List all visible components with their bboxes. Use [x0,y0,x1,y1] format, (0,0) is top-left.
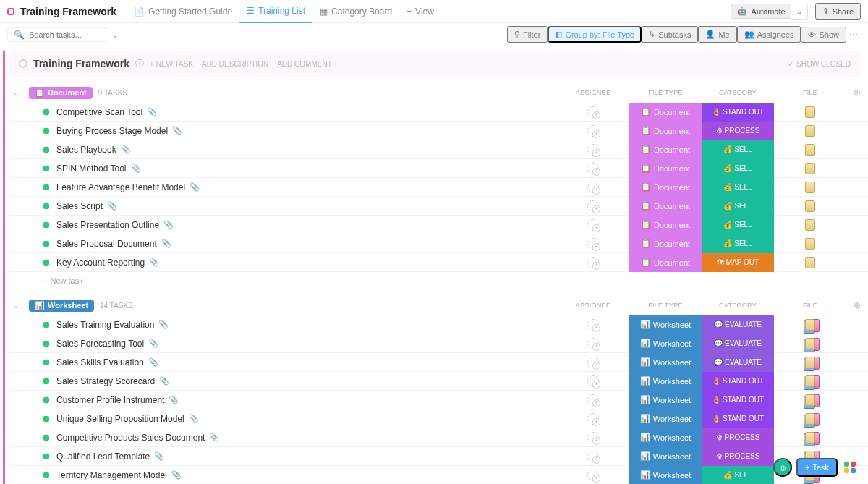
category-tag[interactable]: 💬EVALUATE [702,353,774,372]
assignee-cell[interactable] [557,200,629,212]
status-square[interactable] [43,147,49,153]
category-tag[interactable]: 💰SELL [702,234,774,253]
category-tag[interactable]: 👌STAND OUT [702,391,774,409]
assignee-cell[interactable] [557,163,629,174]
task-row[interactable]: Sales Strategy Scorecard 📎 📊Worksheet 👌S… [9,372,868,391]
file-cell[interactable] [774,238,846,250]
assignee-avatar-icon[interactable] [587,338,599,349]
add-description-link[interactable]: ADD DESCRIPTION [202,60,268,68]
task-row[interactable]: Sales Forecasting Tool 📎 📊Worksheet 💬EVA… [9,334,868,353]
file-cell[interactable] [774,144,846,156]
task-name[interactable]: Sales Proposal Document [56,239,157,249]
task-row[interactable]: Feature Advantage Benefit Model 📎 📋Docum… [9,178,868,197]
status-square[interactable] [43,128,49,134]
attachment-icon[interactable]: 📎 [209,433,219,442]
task-row[interactable]: SPIN Method Tool 📎 📋Document 💰SELL [9,159,868,178]
status-square[interactable] [43,222,49,228]
assignee-avatar-icon[interactable] [587,375,599,387]
assignee-avatar-icon[interactable] [587,319,599,331]
quick-action-button[interactable]: ⌾ [773,458,792,477]
category-tag[interactable]: ⚙PROCESS [702,447,774,466]
task-name[interactable]: Sales Training Evaluation [56,320,154,330]
new-task-fab[interactable]: +Task [796,458,838,477]
attachment-icon[interactable]: 📎 [148,339,158,348]
add-comment-link[interactable]: ADD COMMENT [277,60,332,68]
category-tag[interactable]: 💰SELL [702,216,774,234]
status-square[interactable] [43,454,49,459]
status-square[interactable] [43,397,49,403]
attachment-icon[interactable]: 📎 [161,239,171,248]
more-icon[interactable]: ⋯ [846,30,861,40]
assignee-avatar-icon[interactable] [587,357,599,368]
task-name[interactable]: Unique Selling Proposition Model [56,414,184,424]
apps-grid-button[interactable] [842,459,858,475]
category-tag[interactable]: 🗺MAP OUT [702,253,774,272]
share-button[interactable]: ⇪ Share [815,3,861,20]
category-tag[interactable]: 💰SELL [702,159,774,178]
attachment-icon[interactable]: 📎 [149,258,159,267]
task-row[interactable]: Qualified Lead Template 📎 📊Worksheet ⚙PR… [9,447,868,466]
task-row[interactable]: Sales Script 📎 📋Document 💰SELL [9,197,868,216]
assignee-avatar-icon[interactable] [587,451,599,462]
show-closed-toggle[interactable]: ✓SHOW CLOSED [788,60,851,68]
assignee-cell[interactable] [557,451,629,462]
attachment-icon[interactable]: 📎 [158,320,169,329]
file-cell[interactable] [774,257,846,268]
category-tag[interactable]: 💰SELL [702,466,774,485]
group-by-button[interactable]: ◧Group by: File Type [548,26,642,43]
task-name[interactable]: Qualified Lead Template [56,451,150,462]
file-cell[interactable] [774,125,846,137]
collapse-icon[interactable]: ⌄ [13,302,19,310]
assignee-avatar-icon[interactable] [587,200,599,212]
add-column-icon[interactable]: ⊕ [846,88,868,98]
tab-getting-started[interactable]: 📄 Getting Started Guide [127,0,239,23]
task-row[interactable]: Sales Proposal Document 📎 📋Document 💰SEL… [9,234,868,253]
group-pill[interactable]: 📊Worksheet [29,300,94,312]
assignee-cell[interactable] [557,432,629,443]
file-cell[interactable] [774,338,846,349]
info-icon[interactable]: ⓘ [135,58,144,70]
assignee-cell[interactable] [557,144,629,156]
file-cell[interactable] [774,375,846,387]
filetype-tag[interactable]: 📋Document [629,197,702,216]
task-name[interactable]: SPIN Method Tool [56,164,127,174]
assignee-cell[interactable] [557,413,629,425]
status-square[interactable] [43,360,49,365]
new-task-inline[interactable]: + New task [9,272,868,289]
filetype-tag[interactable]: 📋Document [629,253,702,272]
tab-training-list[interactable]: ☰ Training List [239,0,312,23]
attachment-icon[interactable]: 📎 [172,126,182,135]
task-row[interactable]: Sales Presentation Outline 📎 📋Document 💰… [9,216,868,234]
task-row[interactable]: Competitive Products Sales Document 📎 📊W… [9,428,868,447]
search-dropdown-icon[interactable]: ⌄ [111,30,119,40]
task-name[interactable]: Territory Management Model [56,470,167,480]
attachment-icon[interactable]: 📎 [107,201,117,211]
task-name[interactable]: Sales Forecasting Tool [56,339,144,349]
task-name[interactable]: Sales Playbook [56,145,116,155]
tab-add-view[interactable]: + View [399,0,441,23]
filetype-tag[interactable]: 📊Worksheet [629,466,702,485]
status-square[interactable] [43,241,49,247]
me-button[interactable]: 👤Me [698,26,736,43]
assignee-cell[interactable] [557,470,629,481]
assignee-avatar-icon[interactable] [587,257,599,268]
assignee-cell[interactable] [557,375,629,387]
task-row[interactable]: Sales Skills Evaluation 📎 📊Worksheet 💬EV… [9,353,868,372]
task-name[interactable]: Sales Script [56,201,103,211]
category-tag[interactable]: 👌STAND OUT [702,103,774,122]
category-tag[interactable]: 👌STAND OUT [702,372,774,391]
show-button[interactable]: 👁Show [801,27,846,43]
status-square[interactable] [43,184,49,190]
status-square[interactable] [43,378,49,384]
attachment-icon[interactable]: 📎 [121,145,131,154]
assignee-avatar-icon[interactable] [587,182,599,193]
attachment-icon[interactable]: 📎 [171,470,182,480]
section-status-icon[interactable] [19,59,27,68]
task-row[interactable]: Competitive Scan Tool 📎 📋Document 👌STAND… [9,103,868,122]
category-tag[interactable]: 💬EVALUATE [702,315,774,334]
task-name[interactable]: Buying Process Stage Model [56,126,168,136]
category-tag[interactable]: 💰SELL [702,197,774,216]
file-cell[interactable] [774,413,846,425]
tab-category-board[interactable]: ▦ Category Board [312,0,399,23]
filetype-tag[interactable]: 📋Document [629,140,702,159]
